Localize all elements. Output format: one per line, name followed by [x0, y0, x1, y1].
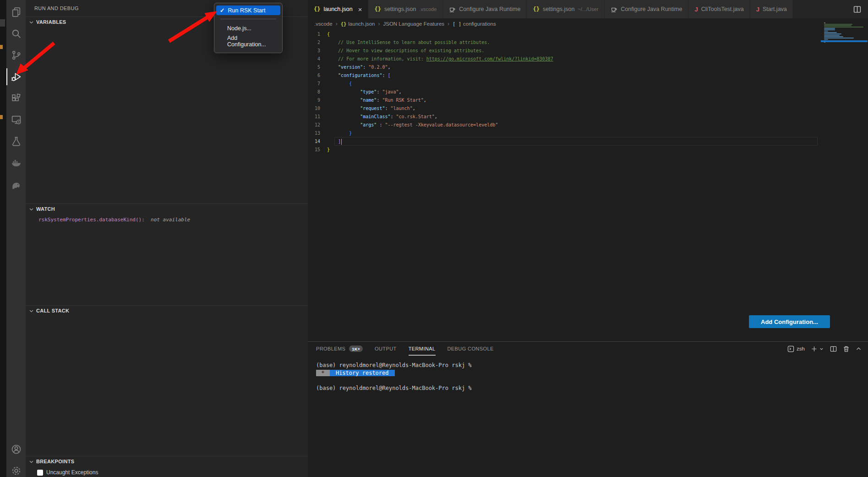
testing-icon	[11, 136, 22, 147]
code-line-14[interactable]: 14 ]	[308, 137, 868, 146]
panel-tab-terminal[interactable]: TERMINAL	[409, 342, 436, 356]
line-number[interactable]: 14	[308, 137, 327, 146]
line-number[interactable]: 12	[308, 121, 327, 129]
add-configuration-button[interactable]: Add Configuration...	[749, 315, 830, 328]
java-runtime-cup-icon	[611, 6, 617, 13]
activity-bar-item-explorer[interactable]	[6, 1, 26, 23]
panel-tab-label: DEBUG CONSOLE	[448, 346, 494, 351]
line-number[interactable]: 7	[308, 80, 327, 88]
line-number[interactable]: 8	[308, 88, 327, 96]
breadcrumb-item-json-language-features[interactable]: JSON Language Features	[383, 21, 444, 27]
code-line-13[interactable]: 13 }	[308, 129, 868, 137]
breadcrumb-item--vscode[interactable]: .vscode	[314, 21, 333, 27]
line-number[interactable]: 1	[308, 30, 327, 38]
code-line-4[interactable]: 4 // For more information, visit: https:…	[308, 55, 868, 63]
terminal-shell-selector[interactable]: zsh	[787, 345, 805, 352]
problems-count-badge: 1K+	[349, 345, 363, 352]
watch-section-header[interactable]: WATCH	[26, 204, 308, 214]
accounts-icon	[11, 444, 22, 455]
dropdown-item-nodejs[interactable]: Node.js...	[216, 24, 280, 33]
split-editor-icon[interactable]	[853, 5, 861, 13]
dropdown-selected-item[interactable]: ✓ Run RSK Start	[216, 5, 280, 15]
activity-bar-item-extensions[interactable]	[6, 88, 26, 109]
code-line-1[interactable]: 1{	[308, 30, 868, 38]
code-line-15[interactable]: 15}	[308, 146, 868, 154]
code-line-10[interactable]: 10 "request": "launch",	[308, 104, 868, 113]
line-number[interactable]: 11	[308, 113, 327, 121]
panel-header: PROBLEMS1K+OUTPUTTERMINALDEBUG CONSOLE z…	[308, 342, 868, 356]
line-number[interactable]: 4	[308, 55, 327, 63]
code-line-2[interactable]: 2 // Use IntelliSense to learn about pos…	[308, 38, 868, 47]
dropdown-selected-label: Run RSK Start	[228, 7, 265, 14]
tab-settings-json-3[interactable]: {}settings.json~/.../User	[527, 0, 605, 18]
uncaught-exceptions-checkbox[interactable]	[37, 470, 43, 476]
tab-label: launch.json	[323, 6, 352, 12]
kill-terminal-trash-icon[interactable]	[843, 345, 850, 352]
activity-bar-item-search[interactable]	[6, 23, 26, 44]
line-number[interactable]: 2	[308, 38, 327, 47]
tab-start-java-6[interactable]: JStart.java	[750, 0, 793, 18]
code-line-8[interactable]: 8 "type": "java",	[308, 88, 868, 96]
code-line-3[interactable]: 3 // Hover to view descriptions of exist…	[308, 47, 868, 55]
line-content: "args" : "--regtest -Xkeyvalue.datasourc…	[327, 121, 498, 129]
breadcrumb: .vscode›{}launch.json›JSON Language Feat…	[308, 18, 868, 29]
line-number[interactable]: 13	[308, 129, 327, 137]
tab-settings-json-1[interactable]: {}settings.json.vscode	[368, 0, 443, 18]
code-line-6[interactable]: 6 "configurations": [	[308, 71, 868, 80]
breadcrumb-label: launch.json	[348, 21, 375, 27]
line-number[interactable]: 3	[308, 47, 327, 55]
line-number[interactable]: 5	[308, 63, 327, 71]
minimap-line	[824, 31, 828, 32]
maximize-panel-chevron-icon[interactable]	[856, 346, 862, 352]
activity-bar-item-accounts[interactable]	[6, 439, 26, 460]
watch-value: not available	[147, 217, 190, 223]
code-line-7[interactable]: 7 {	[308, 80, 868, 88]
minimap-line	[824, 29, 835, 30]
panel-tab-problems[interactable]: PROBLEMS1K+	[316, 342, 363, 356]
code-line-5[interactable]: 5 "version": "0.2.0",	[308, 63, 868, 71]
activity-bar-item-settings[interactable]	[6, 460, 26, 477]
code-line-9[interactable]: 9 "name": "Run RSK Start",	[308, 96, 868, 104]
split-terminal-icon[interactable]	[830, 345, 837, 352]
activity-bar-item-docker[interactable]	[6, 152, 26, 174]
activity-bar-item-source-control[interactable]	[6, 44, 26, 66]
line-number[interactable]: 6	[308, 71, 327, 80]
breakpoints-section-header[interactable]: BREAKPOINTS	[26, 456, 308, 466]
breadcrumb-item-launch-json[interactable]: {}launch.json	[341, 21, 375, 27]
extensions-icon	[11, 93, 22, 104]
tab-configure-java-runtime-2[interactable]: Configure Java Runtime	[443, 0, 527, 18]
editor-actions	[846, 0, 868, 18]
line-number[interactable]: 10	[308, 104, 327, 113]
line-content: }	[327, 146, 330, 154]
tab-clitoolstest-java-5[interactable]: JCliToolsTest.java	[688, 0, 750, 18]
breakpoints-section: BREAKPOINTS Uncaught Exceptions	[26, 456, 308, 477]
call-stack-section: CALL STACK	[26, 305, 308, 456]
tab-label: settings.json	[384, 6, 416, 12]
line-content: }	[327, 129, 352, 137]
call-stack-section-header[interactable]: CALL STACK	[26, 306, 308, 316]
code-editor[interactable]: 1{2 // Use IntelliSense to learn about p…	[308, 29, 868, 154]
breadcrumb-item-configurations[interactable]: [ ]configurations	[453, 21, 496, 27]
panel-tab-output[interactable]: OUTPUT	[375, 342, 397, 356]
new-terminal-icon[interactable]	[811, 345, 824, 352]
background-window-fragment	[0, 19, 5, 27]
activity-bar-item-gradle[interactable]	[6, 174, 26, 195]
code-line-12[interactable]: 12 "args" : "--regtest -Xkeyvalue.dataso…	[308, 121, 868, 129]
watch-expression-row[interactable]: rskSystemProperties.databaseKind(): not …	[26, 214, 308, 223]
terminal-output[interactable]: (base) reynoldmorel@Reynolds-MacBook-Pro…	[308, 356, 868, 392]
dropdown-item-add-configuration[interactable]: Add Configuration...	[216, 33, 280, 49]
close-icon[interactable]: ×	[358, 6, 362, 13]
line-number[interactable]: 15	[308, 146, 327, 154]
line-number[interactable]: 9	[308, 96, 327, 104]
activity-bar-item-testing[interactable]	[6, 131, 26, 152]
panel-tab-debug-console[interactable]: DEBUG CONSOLE	[448, 342, 494, 356]
code-line-11[interactable]: 11 "mainClass": "co.rsk.Start",	[308, 113, 868, 121]
minimap[interactable]	[824, 22, 866, 43]
line-content: "version": "0.2.0",	[327, 63, 391, 71]
activity-bar-item-run-and-debug[interactable]	[6, 66, 26, 88]
minimap-line	[824, 24, 852, 25]
tab-launch-json-0[interactable]: {}launch.json×	[308, 0, 368, 18]
chevron-down-icon	[29, 207, 34, 212]
tab-configure-java-runtime-4[interactable]: Configure Java Runtime	[605, 0, 688, 18]
activity-bar-item-remote-explorer[interactable]	[6, 109, 26, 131]
